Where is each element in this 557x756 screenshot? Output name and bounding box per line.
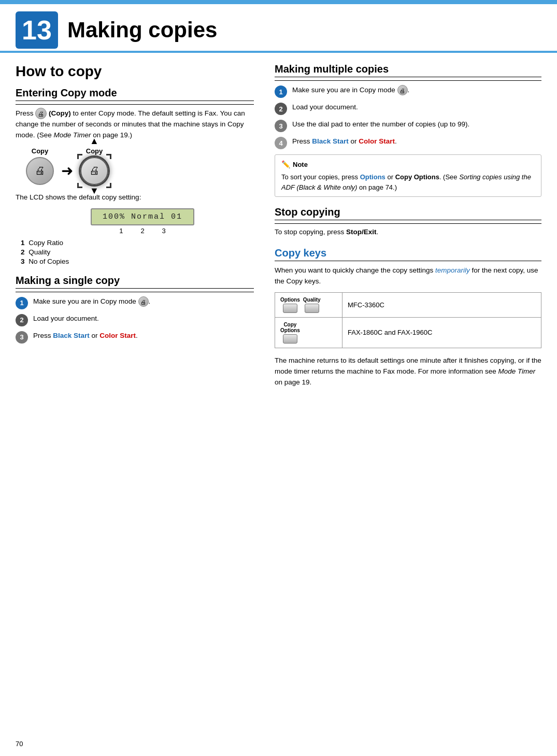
key-cell-2: CopyOptions [275, 317, 342, 348]
note-header: ✏️ Note [281, 159, 535, 170]
corner-tl [77, 154, 82, 159]
chapter-title: Making copies [67, 19, 217, 41]
single-copy-steps: 1 Make sure you are in Copy mode 🖨. 2 Lo… [16, 296, 254, 344]
lcd-screen: 100% Normal 01 [91, 208, 194, 225]
step-1-text: Make sure you are in Copy mode 🖨. [33, 296, 150, 307]
color-start-label-2: Color Start [359, 137, 395, 145]
multi-circle-1: 1 [275, 85, 287, 98]
right-column: Making multiple copies 1 Make sure you a… [275, 63, 541, 397]
black-start-label-2: Black Start [312, 137, 349, 145]
multi-step-1-text: Make sure you are in Copy mode 🖨. [292, 85, 409, 95]
multi-step-4-text: Press Black Start or Color Start. [292, 136, 397, 147]
table-row-2: CopyOptions FAX-1860C and FAX-1960C [275, 317, 541, 348]
lcd-area: 100% Normal 01 1 2 3 [31, 208, 254, 235]
step-circle-3: 3 [16, 331, 28, 344]
quality-key-btn [305, 304, 319, 313]
copy-keys-section: Copy keys When you want to quickly chang… [275, 247, 541, 388]
multi-step-2: 2 Load your document. [275, 102, 541, 115]
note-icon: ✏️ [281, 159, 290, 170]
key-cell-1: Options Quality [275, 292, 342, 317]
black-start-label: Black Start [53, 332, 90, 339]
making-single-copy-heading: Making a single copy [16, 275, 254, 289]
corner-tr [106, 154, 111, 159]
legend-item-2: 2 Quality [21, 248, 254, 256]
stop-copying-section: Stop copying To stop copying, press Stop… [275, 206, 541, 238]
making-multiple-copies-section: Making multiple copies 1 Make sure you a… [275, 63, 541, 197]
note-box: ✏️ Note To sort your copies, press Optio… [275, 154, 541, 197]
options-key-label: Options [280, 297, 300, 303]
chapter-number-text: 13 [22, 15, 52, 46]
page-footer: 70 [16, 740, 23, 748]
multi-step-2-text: Load your document. [292, 102, 358, 112]
step-3-text: Press Black Start or Color Start. [33, 331, 138, 341]
multi-circle-4: 4 [275, 137, 287, 149]
lcd-legend: 1 Copy Ratio 2 Quality 3 No of Copies [21, 239, 254, 265]
single-step-3: 3 Press Black Start or Color Start. [16, 331, 254, 344]
printer-icon-right: 🖨 [89, 165, 99, 177]
copy-keys-body: When you want to quickly change the copy… [275, 265, 541, 287]
copy-btn-selected-item: Copy 🖨 ▲ ▼ [80, 147, 108, 185]
copy-button-unselected: 🖨 [26, 157, 54, 185]
content-area: How to copy Entering Copy mode Press 🖨 (… [0, 63, 557, 397]
arrow-right: ➜ [61, 162, 73, 179]
mode-timer-ref: Mode Timer [498, 367, 535, 375]
lcd-num-3: 3 [162, 227, 166, 235]
stop-exit-label: Stop/Exit [346, 228, 377, 236]
entering-copy-mode-heading: Entering Copy mode [16, 87, 254, 101]
model-cell-1: MFC-3360C [342, 292, 541, 317]
copy-key-label: (Copy) [49, 109, 71, 117]
stop-copying-heading: Stop copying [275, 206, 541, 220]
how-to-copy-heading: How to copy [16, 63, 254, 80]
quality-key-label: Quality [303, 297, 321, 303]
blue-rule [0, 51, 557, 53]
lcd-caption: The LCD shows the default copy setting: [16, 192, 254, 203]
temporarily-label: temporarily [435, 266, 470, 274]
copy-label-left: Copy [32, 147, 49, 155]
copy-options-key-label: CopyOptions [280, 322, 300, 333]
legend-item-3: 3 No of Copies [21, 258, 254, 265]
color-start-label: Color Start [99, 332, 136, 339]
corner-bl [77, 183, 82, 188]
key-buttons-1: Options Quality [280, 297, 337, 313]
section-divider-4 [275, 223, 541, 224]
top-arrow: ▲ [90, 136, 99, 147]
copy-label-right: Copy [86, 147, 103, 155]
printer-icon-left: 🖨 [35, 165, 45, 177]
options-label: Options [360, 173, 385, 181]
multiple-copy-steps: 1 Make sure you are in Copy mode 🖨. 2 Lo… [275, 85, 541, 149]
single-step-1: 1 Make sure you are in Copy mode 🖨. [16, 296, 254, 309]
copy-mode-diagram: Copy 🖨 ➜ Copy 🖨 [26, 147, 254, 185]
multi-step-4: 4 Press Black Start or Color Start. [275, 136, 541, 149]
copy-keys-heading: Copy keys [275, 247, 541, 261]
model-cell-2: FAX-1860C and FAX-1960C [342, 317, 541, 348]
copy-key-icon: 🖨 [35, 108, 47, 119]
copy-btn-normal-item: Copy 🖨 [26, 147, 54, 185]
copy-options-label: Copy Options [395, 173, 439, 181]
copy-button-selected: 🖨 [80, 157, 108, 185]
stop-copying-body: To stop copying, press Stop/Exit. [275, 227, 541, 238]
multi-step-3-text: Use the dial pad to enter the number of … [292, 119, 469, 130]
chapter-header: 13 Making copies [0, 9, 557, 51]
legend-item-1: 1 Copy Ratio [21, 239, 254, 247]
table-row-1: Options Quality MFC-3360C [275, 292, 541, 317]
header-bar [0, 0, 557, 4]
multi-step-3: 3 Use the dial pad to enter the number o… [275, 119, 541, 132]
note-text: To sort your copies, press Options or Co… [281, 172, 535, 192]
multi-step-1: 1 Make sure you are in Copy mode 🖨. [275, 85, 541, 98]
copy-icon-inline-2: 🖨 [397, 85, 408, 95]
making-multiple-copies-heading: Making multiple copies [275, 63, 541, 77]
note-label: Note [293, 160, 308, 170]
section-divider-3 [275, 80, 541, 81]
lcd-num-1: 1 [119, 227, 123, 235]
single-step-2: 2 Load your document. [16, 313, 254, 326]
page-number: 70 [16, 740, 23, 748]
making-single-copy-section: Making a single copy 1 Make sure you are… [16, 275, 254, 344]
chapter-number: 13 [16, 11, 58, 49]
copy-keys-body2: The machine returns to its default setti… [275, 355, 541, 388]
copy-keys-table: Options Quality MFC-3360C [275, 292, 541, 348]
bottom-arrow: ▼ [90, 186, 99, 196]
step-circle-1: 1 [16, 297, 28, 309]
entering-copy-mode-body: Press 🖨 (Copy) to enter Copy mode. The d… [16, 108, 254, 141]
step-2-text: Load your document. [33, 313, 99, 324]
left-column: How to copy Entering Copy mode Press 🖨 (… [16, 63, 254, 397]
